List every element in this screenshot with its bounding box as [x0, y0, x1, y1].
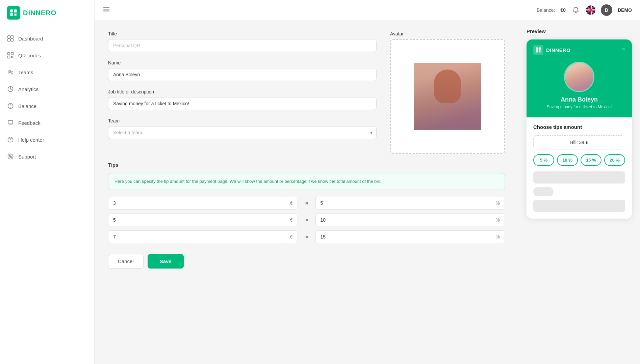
app-name: DINNERO — [23, 9, 56, 17]
sidebar-item-balance[interactable]: Balance — [0, 97, 94, 114]
svg-rect-2 — [10, 13, 13, 16]
cancel-button[interactable]: Cancel — [108, 254, 144, 269]
svg-rect-4 — [15, 14, 16, 16]
preview-tip-buttons: 5 % 10 % 15 % 20 % — [533, 154, 625, 166]
preview-logo-icon — [533, 45, 543, 55]
sidebar-logo[interactable]: DINNERO — [0, 0, 94, 26]
preview-logo: DINNERO — [533, 45, 571, 55]
preview-card: DINNERO ≡ Anna Boleyn Saving money for a… — [527, 39, 632, 219]
sidebar-item-help-center[interactable]: Help center — [0, 131, 94, 148]
balance-label: Balance: — [537, 7, 555, 13]
preview-panel: Preview DINNERO ≡ — [518, 20, 640, 364]
tips-percent-input-3[interactable] — [316, 231, 491, 243]
team-label: Team — [108, 118, 377, 123]
support-icon — [7, 153, 14, 160]
tips-euro-input-1[interactable] — [108, 197, 285, 209]
svg-rect-7 — [8, 39, 10, 41]
svg-point-17 — [11, 71, 12, 72]
svg-rect-10 — [11, 53, 14, 55]
tips-row-3: € or % — [108, 230, 505, 243]
analytics-icon — [7, 85, 14, 93]
preview-title: Preview — [527, 28, 632, 34]
tips-euro-1: € — [108, 197, 298, 209]
preview-menu-icon: ≡ — [621, 47, 625, 54]
tips-row-1: € or % — [108, 197, 505, 209]
tips-percent-2: % — [315, 214, 505, 226]
menu-icon[interactable] — [103, 5, 110, 15]
avatar-upload[interactable] — [390, 39, 505, 154]
name-input[interactable] — [108, 68, 377, 81]
tips-section-title: Tips — [108, 162, 505, 168]
balance-icon — [7, 102, 14, 110]
svg-rect-12 — [11, 56, 12, 57]
notifications-icon[interactable] — [571, 5, 581, 15]
tips-info-box: Here you can specify the tip amount for … — [108, 173, 505, 190]
tips-euro-input-3[interactable] — [108, 231, 285, 243]
save-button[interactable]: Save — [148, 254, 184, 269]
sidebar-item-teams[interactable]: Teams — [0, 64, 94, 81]
title-col: Title Name Job title or description Team… — [108, 31, 377, 154]
preview-user-avatar — [564, 62, 594, 92]
sidebar-item-label: Help center — [18, 137, 44, 143]
tip-button-15[interactable]: 15 % — [581, 154, 601, 166]
euro-unit-1: € — [285, 197, 298, 209]
preview-user-name: Anna Boleyn — [561, 96, 598, 103]
tips-or-2: or — [303, 217, 310, 222]
preview-placeholder-small — [533, 187, 554, 196]
tips-euro-3: € — [108, 230, 298, 243]
content-area: Title Name Job title or description Team… — [95, 20, 640, 364]
svg-point-21 — [10, 141, 11, 142]
sidebar-item-label: Dashboard — [18, 36, 43, 41]
preview-tips-title: Choose tips amount — [533, 124, 625, 130]
tip-button-10[interactable]: 10 % — [557, 154, 578, 166]
title-avatar-row: Title Name Job title or description Team… — [108, 31, 505, 154]
sidebar-item-dashboard[interactable]: Dashboard — [0, 30, 94, 47]
tips-euro-input-2[interactable] — [108, 214, 285, 226]
sidebar-item-label: Support — [18, 154, 36, 160]
tips-section: Tips Here you can specify the tip amount… — [108, 162, 505, 243]
preview-tips-section: Choose tips amount Bill: 34 € 5 % 10 % 1… — [527, 117, 632, 219]
svg-rect-14 — [11, 57, 12, 58]
sidebar-nav: Dashboard QR-codes Teams Analytics — [0, 26, 94, 364]
sidebar-item-label: Teams — [18, 69, 33, 75]
sidebar-item-feedback[interactable]: Feedback — [0, 114, 94, 131]
tips-or-3: or — [303, 234, 310, 239]
svg-rect-11 — [8, 56, 10, 58]
svg-rect-13 — [12, 56, 14, 57]
title-label: Title — [108, 31, 377, 36]
svg-rect-35 — [536, 50, 538, 53]
svg-rect-6 — [11, 36, 14, 38]
sidebar: DINNERO Dashboard QR-codes Teams — [0, 0, 95, 364]
preview-topbar: DINNERO ≡ — [533, 45, 625, 55]
sidebar-item-support[interactable]: Support — [0, 148, 94, 165]
percent-unit-1: % — [491, 197, 505, 209]
sidebar-item-label: QR-codes — [18, 53, 41, 58]
svg-rect-34 — [539, 48, 541, 50]
dashboard-icon — [7, 35, 14, 42]
sidebar-item-qr-codes[interactable]: QR-codes — [0, 47, 94, 64]
main-area: Balance: €0 D DEMO Title Name — [95, 0, 640, 364]
title-input[interactable] — [108, 39, 377, 52]
user-avatar[interactable]: D — [601, 4, 612, 16]
sidebar-item-analytics[interactable]: Analytics — [0, 81, 94, 97]
tips-percent-input-2[interactable] — [316, 214, 491, 226]
job-label: Job title or description — [108, 89, 377, 94]
tip-button-5[interactable]: 5 % — [533, 154, 554, 166]
team-select-wrapper: Select a team ▾ — [108, 126, 377, 139]
job-input[interactable] — [108, 97, 377, 110]
svg-rect-33 — [536, 48, 538, 50]
tips-percent-input-1[interactable] — [316, 197, 491, 209]
tips-percent-1: % — [315, 197, 505, 209]
euro-unit-3: € — [285, 231, 298, 243]
tip-button-20[interactable]: 20 % — [604, 154, 625, 166]
help-icon — [7, 136, 14, 143]
preview-placeholder-bar-2 — [533, 200, 625, 212]
tips-euro-2: € — [108, 214, 298, 226]
svg-rect-8 — [11, 39, 14, 41]
team-select[interactable]: Select a team — [108, 126, 377, 139]
sidebar-item-label: Analytics — [18, 86, 39, 92]
svg-point-16 — [9, 70, 10, 72]
language-flag[interactable] — [586, 5, 595, 15]
avatar-col: Avatar — [390, 31, 505, 154]
user-name[interactable]: DEMO — [618, 7, 632, 13]
